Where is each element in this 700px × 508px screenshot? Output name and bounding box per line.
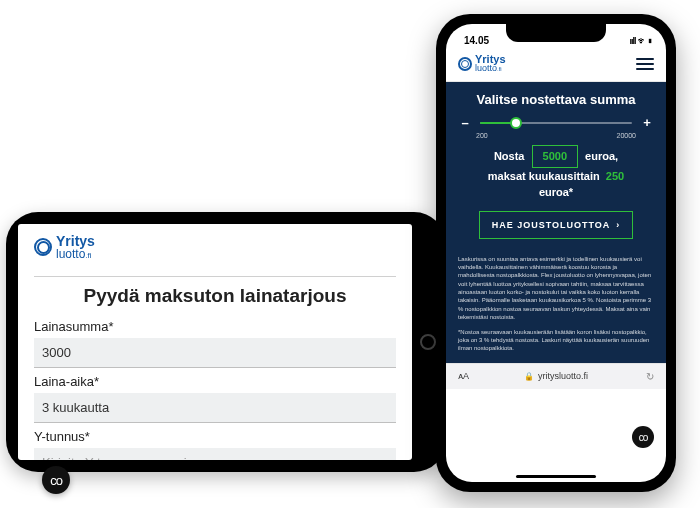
amount-label: Lainasumma* [34,319,396,334]
vat-label: Y-tunnus* [34,429,396,444]
slider-track[interactable] [480,122,632,124]
logo-mark-icon [458,57,472,71]
status-time: 14.05 [464,35,489,46]
cta-label: HAE JOUSTOLUOTTOA [492,220,611,230]
summary-line2: maksat kuukausittain [488,170,600,182]
apply-button[interactable]: HAE JOUSTOLUOTTOA › [479,211,634,239]
phone-screen: 14.05 ııll ᯤ ▮ Yritys luotto.fi Valitse … [446,24,666,482]
browser-url-bar[interactable]: ᴀA 🔒 yritysluotto.fi ↻ [446,363,666,389]
amount-input[interactable]: 3000 [34,338,396,368]
phone-device: 14.05 ııll ᯤ ▮ Yritys luotto.fi Valitse … [436,14,676,492]
notch [506,24,606,42]
summary-word-nosta: Nosta [494,150,525,162]
form-heading: Pyydä maksuton lainatarjous [34,285,396,307]
logo-suffix: .fi [497,66,502,72]
brand-logo[interactable]: Yritys luotto.fi [34,234,396,260]
hero-panel: Valitse nostettava summa – + 200 20000 N… [446,82,666,247]
logo-text: Yritys luotto.fi [56,234,95,260]
term-label: Laina-aika* [34,374,396,389]
amount-box[interactable]: 5000 [532,145,578,168]
slider-min: 200 [476,132,488,139]
term-select[interactable]: 3 kuukautta [34,393,396,423]
vat-input[interactable]: Kirjoita Y-tunnus numeroina [34,448,396,460]
summary-word-euroa: euroa, [585,150,618,162]
slider-max: 20000 [617,132,636,139]
slider-minus-button[interactable]: – [458,115,472,130]
menu-icon[interactable] [636,58,654,70]
logo-line2: luotto [475,63,497,73]
monthly-amount: 250 [606,170,624,182]
home-indicator[interactable] [516,475,596,478]
status-indicators-icon: ııll ᯤ ▮ [629,36,652,46]
url-text: yritysluotto.fi [538,371,588,381]
text-size-icon[interactable]: ᴀA [458,371,469,381]
summary-text: Nosta 5000 euroa, maksat kuukausittain 2… [458,145,654,201]
disclaimer: Laskurissa on suuntaa antava esimerkki j… [446,247,666,363]
divider [34,276,396,277]
logo-line2: luotto [56,247,85,261]
slider-thumb[interactable] [510,117,522,129]
brand-logo[interactable]: Yritys luotto.fi [458,54,506,73]
logo-suffix: .fi [85,251,91,260]
lock-icon: 🔒 [524,372,534,381]
slider-plus-button[interactable]: + [640,115,654,130]
disclaimer-p1: Laskurissa on suuntaa antava esimerkki j… [458,255,654,322]
home-button-icon[interactable] [420,334,436,350]
hero-title: Valitse nostettava summa [458,92,654,107]
slider-range-labels: 200 20000 [458,132,654,145]
logo-text: Yritys luotto.fi [475,54,506,73]
disclaimer-p2: *Nostoa seuraavaan kuukausierään lisätää… [458,328,654,353]
summary-line3: euroa* [539,186,573,198]
chevron-right-icon: › [616,220,620,230]
logo-mark-icon [34,238,52,256]
amount-slider[interactable]: – + [458,115,654,130]
app-header: Yritys luotto.fi [446,46,666,82]
accessibility-widget-icon[interactable]: c‍o [632,426,654,448]
accessibility-widget-icon[interactable]: c‍o [42,466,70,494]
tablet-device: Yritys luotto.fi Pyydä maksuton lainatar… [6,212,446,472]
reload-icon[interactable]: ↻ [646,371,654,382]
tablet-screen: Yritys luotto.fi Pyydä maksuton lainatar… [18,224,412,460]
